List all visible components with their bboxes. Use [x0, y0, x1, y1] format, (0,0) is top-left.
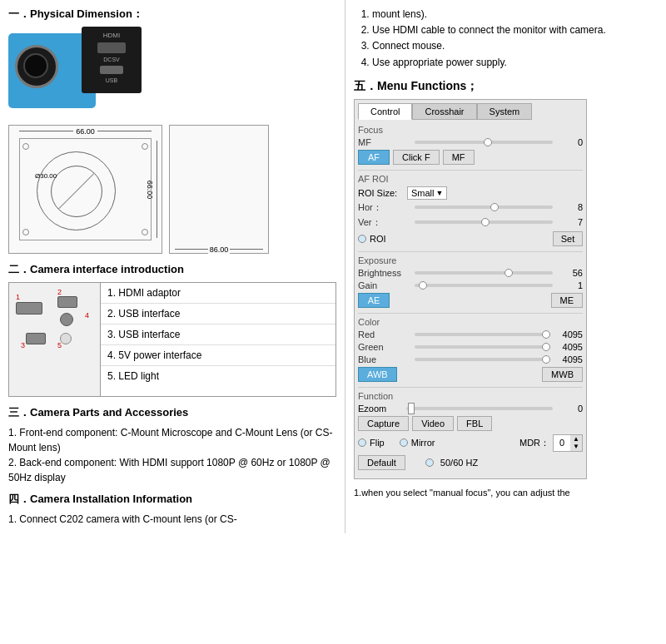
brightness-row: Brightness 56: [358, 268, 583, 278]
focus-title: Focus: [358, 125, 583, 135]
function-title: Function: [358, 391, 583, 401]
brightness-thumb[interactable]: [504, 269, 513, 277]
brightness-slider[interactable]: [415, 271, 553, 275]
default-button[interactable]: Default: [358, 455, 405, 470]
usb-port1-illus: [57, 296, 77, 308]
flip-radio[interactable]: [358, 438, 366, 447]
blue-label: Blue: [358, 354, 408, 364]
tab-system[interactable]: System: [477, 103, 533, 120]
front-view-diagram: 66.00 66.00 Ø30.00: [8, 125, 162, 254]
section2-title: 二．Camera interface introduction: [8, 262, 336, 277]
divider4: [358, 387, 583, 388]
ezoom-slider[interactable]: [406, 407, 553, 410]
side-view-diagram: 86.00: [169, 125, 269, 254]
tab-crosshair[interactable]: Crosshair: [412, 103, 476, 120]
hor-value: 8: [559, 202, 583, 212]
flip-mirror-row: Flip Mirror MDR： 0 ▲ ▼: [358, 434, 583, 452]
mf-value: 0: [559, 137, 583, 147]
led-illus: [60, 333, 72, 344]
roi-size-row: ROI Size: Small ▼: [358, 186, 583, 200]
tab-bar: Control Crosshair System: [358, 103, 583, 120]
blue-slider[interactable]: [415, 358, 546, 361]
iface-item-2: 2. USB interface: [101, 304, 335, 324]
ae-button[interactable]: AE: [358, 293, 390, 308]
mwb-button[interactable]: MWB: [542, 367, 583, 382]
interface-box: 1 2 4 3 5: [8, 282, 336, 397]
screw-tr: [142, 143, 148, 150]
mirror-label: Mirror: [411, 438, 435, 448]
tab-control[interactable]: Control: [358, 103, 412, 120]
ver-slider[interactable]: [415, 220, 553, 224]
capture-button[interactable]: Capture: [358, 416, 409, 431]
parts-section: 三．Camera Parts and Accessories 1. Front-…: [8, 405, 336, 485]
awb-button[interactable]: AWB: [358, 367, 397, 382]
hor-thumb[interactable]: [490, 203, 499, 211]
outer-rect: Ø30.00: [19, 138, 152, 240]
roi-radio-label: ROI: [370, 234, 386, 244]
mirror-radio[interactable]: [400, 438, 408, 447]
exposure-buttons: AE ME: [358, 293, 583, 308]
ezoom-thumb[interactable]: [408, 403, 415, 414]
brightness-label: Brightness: [358, 268, 408, 278]
mf-thumb[interactable]: [484, 138, 492, 146]
color-title: Color: [358, 317, 583, 327]
mf-button[interactable]: MF: [443, 150, 475, 165]
brightness-value: 56: [559, 268, 583, 278]
blue-row: Blue 4095: [358, 354, 583, 364]
roi-size-select[interactable]: Small ▼: [407, 186, 447, 200]
mdr-stepper-btns[interactable]: ▲ ▼: [570, 435, 582, 451]
roi-radio-row: ROI Set: [358, 231, 583, 246]
menu-panel: Control Crosshair System Focus MF 0 AF: [354, 99, 587, 479]
mdr-down-btn[interactable]: ▼: [570, 443, 582, 451]
install-cont-3: Connect mouse.: [372, 38, 658, 54]
dcsv-label: DCSV: [103, 57, 119, 62]
afroi-section: AF ROI ROI Size: Small ▼ Hor： 8: [358, 174, 583, 246]
gain-thumb[interactable]: [419, 281, 427, 290]
gain-row: Gain 1: [358, 280, 583, 290]
set-button[interactable]: Set: [553, 231, 583, 246]
roi-dropdown-arrow: ▼: [436, 189, 444, 197]
mf-label: MF: [358, 137, 408, 147]
ezoom-value: 0: [559, 404, 583, 414]
parts-item-1: 1. Front-end component: C-Mount Microsco…: [8, 425, 336, 455]
red-thumb[interactable]: [542, 330, 550, 339]
usb-port-back: [100, 66, 123, 74]
red-value: 4095: [553, 329, 583, 339]
me-button[interactable]: ME: [551, 293, 584, 308]
red-slider[interactable]: [415, 333, 546, 336]
port-diagram: 1 2 4 3 5: [14, 290, 89, 389]
blue-thumb[interactable]: [542, 355, 550, 364]
hor-row: Hor： 8: [358, 201, 583, 214]
ver-thumb[interactable]: [481, 218, 490, 226]
mdr-stepper[interactable]: 0 ▲ ▼: [553, 434, 583, 452]
gain-slider[interactable]: [415, 284, 553, 287]
ver-row: Ver： 7: [358, 216, 583, 229]
af-button[interactable]: AF: [358, 150, 390, 165]
ezoom-row: Ezoom 0: [358, 404, 583, 414]
video-button[interactable]: Video: [412, 416, 454, 431]
mdr-up-btn[interactable]: ▲: [570, 435, 582, 443]
mf-slider[interactable]: [415, 141, 553, 144]
mdr-value: 0: [554, 437, 570, 448]
ver-value: 7: [559, 217, 583, 227]
port-illustration: 1 2 4 3 5: [9, 283, 101, 396]
num2-label: 2: [57, 288, 62, 296]
gain-label: Gain: [358, 280, 408, 290]
roi-radio[interactable]: [358, 235, 366, 243]
usb-label-back: USB: [106, 77, 117, 83]
red-label: Red: [358, 329, 408, 339]
hor-slider[interactable]: [415, 206, 553, 209]
green-thumb[interactable]: [542, 343, 550, 351]
screw-br: [142, 229, 148, 235]
green-slider[interactable]: [415, 345, 546, 349]
dim-circle-label: Ø30.00: [35, 172, 57, 180]
fbl-button[interactable]: FBL: [457, 416, 492, 431]
section5-title: 五．Menu Functions；: [354, 79, 658, 94]
roi-size-value: Small: [411, 188, 435, 198]
iface-item-4: 4. 5V power interface: [101, 345, 335, 366]
usb-port2-illus: [26, 333, 46, 344]
screw-bl: [22, 229, 29, 235]
hz-radio[interactable]: [425, 458, 434, 467]
num3-label: 3: [21, 341, 25, 349]
clickf-button[interactable]: Click F: [393, 150, 440, 165]
